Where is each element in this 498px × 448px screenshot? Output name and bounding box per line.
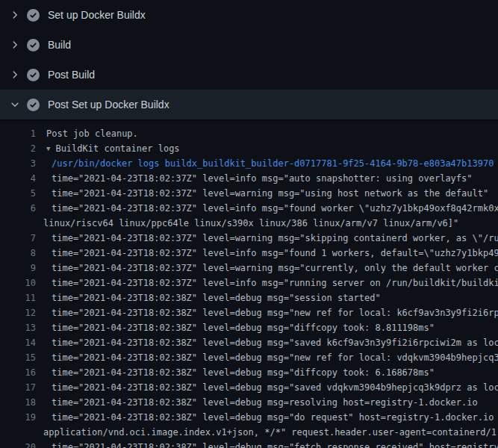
log-text: application/vnd.oci.image.index.v1+json,… bbox=[36, 425, 498, 440]
log-line: 1 Post job cleanup. bbox=[0, 126, 498, 141]
log-text: time="2021-04-23T18:02:38Z" level=debug … bbox=[36, 290, 381, 305]
log-line: 14 time="2021-04-23T18:02:38Z" level=deb… bbox=[0, 335, 498, 350]
log-text: time="2021-04-23T18:02:38Z" level=debug … bbox=[36, 365, 435, 380]
log-text: time="2021-04-23T18:02:37Z" level=warnin… bbox=[36, 231, 498, 246]
step-row[interactable]: Post Set up Docker Buildx bbox=[0, 90, 498, 119]
log-text: time="2021-04-23T18:02:37Z" level=info m… bbox=[36, 246, 498, 261]
log-text: time="2021-04-23T18:02:37Z" level=warnin… bbox=[36, 186, 488, 201]
check-circle-icon bbox=[27, 39, 40, 52]
check-circle-icon bbox=[27, 99, 40, 111]
line-number[interactable]: 5 bbox=[0, 186, 36, 201]
line-number[interactable]: 20 bbox=[0, 440, 36, 448]
line-number[interactable]: 3 bbox=[0, 156, 36, 171]
chevron-right-icon[interactable] bbox=[9, 39, 21, 51]
line-number[interactable]: 13 bbox=[0, 320, 36, 335]
chevron-right-icon[interactable] bbox=[9, 9, 21, 21]
log-text: time="2021-04-23T18:02:37Z" level=info m… bbox=[36, 171, 473, 186]
line-number[interactable]: 8 bbox=[0, 246, 36, 261]
line-number[interactable]: 7 bbox=[0, 231, 36, 246]
line-number[interactable] bbox=[0, 425, 36, 440]
step-row[interactable]: Set up Docker Buildx bbox=[0, 0, 498, 30]
log-text: time="2021-04-23T18:02:37Z" level=info m… bbox=[36, 276, 498, 290]
log-line: 10 time="2021-04-23T18:02:37Z" level=inf… bbox=[0, 276, 498, 290]
log-text: time="2021-04-23T18:02:38Z" level=debug … bbox=[36, 320, 435, 335]
log-line: 11 time="2021-04-23T18:02:38Z" level=deb… bbox=[0, 290, 498, 305]
line-number[interactable]: 15 bbox=[0, 350, 36, 365]
log-text: time="2021-04-23T18:02:38Z" level=debug … bbox=[36, 380, 498, 395]
log-line: 16 time="2021-04-23T18:02:38Z" level=deb… bbox=[0, 365, 498, 380]
log-line: 6 time="2021-04-23T18:02:37Z" level=info… bbox=[0, 201, 498, 216]
step-row[interactable]: Build bbox=[0, 30, 498, 60]
step-title: Post Build bbox=[48, 69, 95, 81]
log-text: Post job cleanup. bbox=[36, 126, 138, 141]
log-line: 15 time="2021-04-23T18:02:38Z" level=deb… bbox=[0, 350, 498, 365]
line-number[interactable]: 14 bbox=[0, 335, 36, 350]
line-number[interactable]: 9 bbox=[0, 261, 36, 276]
log-text: ▼BuildKit container logs bbox=[36, 141, 180, 156]
line-number[interactable]: 17 bbox=[0, 380, 36, 395]
log-text: time="2021-04-23T18:02:38Z" level=debug … bbox=[36, 410, 498, 425]
log-line: 13 time="2021-04-23T18:02:38Z" level=deb… bbox=[0, 320, 498, 335]
step-title: Build bbox=[48, 39, 71, 51]
line-number[interactable]: 4 bbox=[0, 171, 36, 186]
log-line: linux/riscv64 linux/ppc64le linux/s390x … bbox=[0, 216, 498, 231]
step-title: Set up Docker Buildx bbox=[48, 9, 146, 21]
log-line: 19 time="2021-04-23T18:02:38Z" level=deb… bbox=[0, 410, 498, 425]
step-row[interactable]: Post Build bbox=[0, 60, 498, 90]
log-text: time="2021-04-23T18:02:38Z" level=debug … bbox=[36, 305, 498, 320]
line-number[interactable]: 12 bbox=[0, 305, 36, 320]
line-number[interactable]: 6 bbox=[0, 201, 36, 216]
line-number[interactable]: 16 bbox=[0, 365, 36, 380]
line-number[interactable]: 1 bbox=[0, 126, 36, 141]
log-text: time="2021-04-23T18:02:38Z" level=debug … bbox=[36, 335, 498, 350]
log-line: 7 time="2021-04-23T18:02:37Z" level=warn… bbox=[0, 231, 498, 246]
log-text: time="2021-04-23T18:02:38Z" level=debug … bbox=[36, 395, 478, 410]
line-number[interactable]: 10 bbox=[0, 276, 36, 290]
group-label[interactable]: BuildKit container logs bbox=[55, 143, 179, 154]
step-title: Post Set up Docker Buildx bbox=[48, 99, 169, 111]
log-line: 12 time="2021-04-23T18:02:38Z" level=deb… bbox=[0, 305, 498, 320]
check-circle-icon bbox=[27, 9, 40, 22]
log-text: time="2021-04-23T18:02:38Z" level=debug … bbox=[36, 350, 498, 365]
log-line: 18 time="2021-04-23T18:02:38Z" level=deb… bbox=[0, 395, 498, 410]
log-line: 17 time="2021-04-23T18:02:38Z" level=deb… bbox=[0, 380, 498, 395]
line-number[interactable]: 19 bbox=[0, 410, 36, 425]
collapse-triangle-icon[interactable]: ▼ bbox=[46, 141, 50, 156]
log-text: time="2021-04-23T18:02:37Z" level=info m… bbox=[36, 201, 498, 216]
line-number[interactable]: 11 bbox=[0, 290, 36, 305]
log-text: linux/riscv64 linux/ppc64le linux/s390x … bbox=[36, 216, 458, 231]
check-circle-icon bbox=[27, 69, 40, 81]
line-number[interactable]: 2 bbox=[0, 141, 36, 156]
log-line: 2 ▼BuildKit container logs bbox=[0, 141, 498, 156]
log-text: /usr/bin/docker logs buildx_buildkit_bui… bbox=[36, 156, 494, 171]
log-line: 3 /usr/bin/docker logs buildx_buildkit_b… bbox=[0, 156, 498, 171]
log-line: application/vnd.oci.image.index.v1+json,… bbox=[0, 425, 498, 440]
log-line: 4 time="2021-04-23T18:02:37Z" level=info… bbox=[0, 171, 498, 186]
workflow-log-panel: Set up Docker Buildx Build Post Buil bbox=[0, 0, 498, 448]
line-number[interactable] bbox=[0, 216, 36, 231]
chevron-down-icon[interactable] bbox=[9, 99, 21, 111]
log-area: 1 Post job cleanup. 2 ▼BuildKit containe… bbox=[0, 119, 498, 448]
line-number[interactable]: 18 bbox=[0, 395, 36, 410]
log-line: 5 time="2021-04-23T18:02:37Z" level=warn… bbox=[0, 186, 498, 201]
chevron-right-icon[interactable] bbox=[9, 69, 21, 81]
log-line: 8 time="2021-04-23T18:02:37Z" level=info… bbox=[0, 246, 498, 261]
log-line: 9 time="2021-04-23T18:02:37Z" level=warn… bbox=[0, 261, 498, 276]
log-line: 20 time="2021-04-23T18:02:38Z" level=deb… bbox=[0, 440, 498, 448]
log-text: time="2021-04-23T18:02:38Z" level=debug … bbox=[36, 440, 498, 448]
log-text: time="2021-04-23T18:02:37Z" level=warnin… bbox=[36, 261, 498, 276]
steps-list: Set up Docker Buildx Build Post Buil bbox=[0, 0, 498, 119]
